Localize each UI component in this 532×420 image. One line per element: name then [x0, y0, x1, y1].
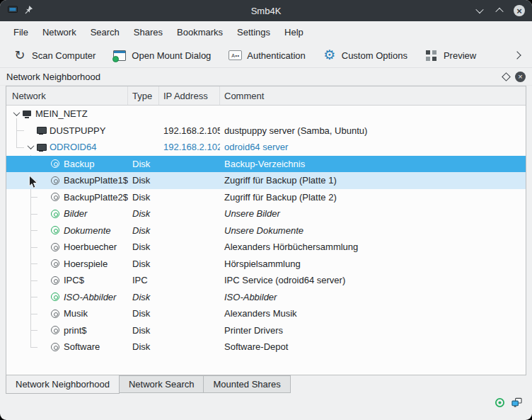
tree-row-iso-abbilder[interactable]: ISO-Abbilder Disk ISO-Abbilder — [6, 289, 526, 306]
tree-row-ipc[interactable]: IPC$ IPC IPC Service (odroid64 server) — [6, 272, 526, 289]
row-comment: Software-Depot — [220, 341, 526, 352]
tab-network-neighborhood[interactable]: Network Neighborhood — [6, 375, 120, 394]
column-header-comment[interactable]: Comment — [220, 86, 526, 105]
tree-row-backup[interactable]: Backup Disk Backup-Verzeichnis — [6, 156, 526, 173]
row-name: Software — [64, 341, 100, 352]
authentication-icon — [228, 48, 242, 62]
close-button[interactable] — [514, 5, 525, 16]
share-mounted-icon — [50, 225, 60, 235]
dock-close-button[interactable] — [515, 72, 526, 82]
preview-icon — [424, 48, 439, 62]
toolbar-button-authentication[interactable]: Authentication — [222, 46, 311, 64]
column-header-ip-address[interactable]: IP Address — [159, 86, 220, 105]
host-icon — [36, 142, 46, 152]
row-name: ISO-Abbilder — [64, 292, 116, 302]
share-icon — [50, 325, 60, 335]
row-name: BackupPlatte1$ — [64, 175, 128, 186]
row-name: Hoerbuecher — [64, 242, 117, 252]
network-icon — [22, 109, 32, 119]
row-name: BackupPlatte2$ — [64, 192, 128, 203]
maximize-icon — [495, 8, 503, 16]
row-comment: odroid64 server — [220, 142, 526, 152]
mounted-share-indicator-icon — [495, 397, 505, 408]
column-header-type[interactable]: Type — [128, 86, 159, 105]
row-type: Disk — [128, 325, 159, 336]
maximize-button[interactable] — [494, 5, 505, 16]
share-icon — [50, 309, 60, 319]
menu-file[interactable]: File — [7, 24, 35, 40]
menu-settings[interactable]: Settings — [231, 24, 277, 40]
dock-float-button[interactable] — [502, 72, 511, 81]
tree-row-print[interactable]: print$ Disk Printer Drivers — [6, 322, 526, 339]
tabbar: Network NeighborhoodNetwork SearchMounte… — [0, 375, 532, 394]
tab-network-search[interactable]: Network Search — [119, 375, 204, 393]
row-type: Disk — [128, 259, 159, 269]
row-comment: Zugriff für Backup (Platte 1) — [220, 175, 526, 186]
window-title: Smb4K — [99, 6, 433, 16]
tree-row-dokumente[interactable]: Dokumente Disk Unsere Dokumente — [6, 222, 526, 239]
row-comment: Alexanders Musik — [220, 308, 526, 319]
share-icon — [50, 192, 60, 202]
row-comment: Unsere Bilder — [220, 208, 526, 219]
menu-shares[interactable]: Shares — [127, 24, 169, 40]
row-type: Disk — [128, 208, 159, 219]
share-icon — [50, 276, 60, 285]
row-comment: IPC Service (odroid64 server) — [220, 275, 526, 285]
tree-row-bilder[interactable]: Bilder Disk Unsere Bilder — [6, 205, 526, 222]
tree-row-musik[interactable]: Musik Disk Alexanders Musik — [6, 305, 526, 322]
row-comment: Zugriff für Backup (Platte 2) — [220, 192, 526, 203]
table-header: NetworkTypeIP AddressComment — [6, 86, 526, 106]
row-comment: Alexanders Hörbüchersammlung — [220, 242, 526, 252]
menu-help[interactable]: Help — [278, 24, 310, 40]
row-name: Backup — [64, 159, 94, 169]
pin-icon[interactable] — [24, 5, 33, 16]
toolbar-button-preview[interactable]: Preview — [419, 46, 482, 64]
row-ip: 192.168.2.102 — [159, 142, 220, 152]
tree-row-dustpuppy[interactable]: DUSTPUPPY 192.168.2.105 dustpuppy server… — [6, 123, 526, 140]
tree-row-hoerbuecher[interactable]: Hoerbuecher Disk Alexanders Hörbüchersam… — [6, 239, 526, 256]
menubar: FileNetworkSearchSharesBookmarksSettings… — [0, 21, 532, 43]
column-header-network[interactable]: Network — [6, 86, 128, 105]
share-icon — [50, 342, 60, 352]
expander-icon[interactable] — [11, 111, 22, 116]
share-icon — [50, 259, 60, 268]
share-icon — [50, 159, 60, 169]
row-type: Disk — [128, 225, 159, 236]
row-name: Hoerspiele — [64, 259, 108, 269]
toolbar-button-custom-options[interactable]: Custom Options — [317, 46, 413, 64]
row-name: ODROID64 — [50, 142, 96, 152]
menu-bookmarks[interactable]: Bookmarks — [170, 24, 229, 40]
minimize-button[interactable] — [474, 5, 485, 16]
expander-icon[interactable] — [25, 144, 36, 149]
row-comment: Unsere Dokumente — [220, 225, 526, 236]
dock-buttons — [503, 72, 526, 82]
row-type: Disk — [128, 192, 159, 203]
host-icon — [36, 125, 46, 135]
share-icon — [50, 176, 60, 186]
custom-options-icon — [323, 48, 337, 62]
tree-row-odroid64[interactable]: ODROID64 192.168.2.102 odroid64 server — [6, 139, 526, 156]
mount-dialog-icon — [112, 48, 127, 62]
titlebar[interactable]: Smb4K — [0, 0, 532, 21]
tree-row-software[interactable]: Software Disk Software-Depot — [6, 339, 526, 356]
dock-header: Network Neighborhood — [0, 67, 532, 86]
tree-row-backupplatte2[interactable]: BackupPlatte2$ Disk Zugriff für Backup (… — [6, 189, 526, 206]
toolbar-overflow-button[interactable] — [509, 47, 525, 63]
tree-row-mein-netz[interactable]: MEIN_NETZ — [6, 106, 526, 123]
row-comment: ISO-Abbilder — [220, 292, 526, 302]
share-mounted-icon — [50, 292, 60, 302]
toolbar-button-scan-computer[interactable]: Scan Computer — [7, 46, 101, 64]
tree-row-hoerspiele[interactable]: Hoerspiele Disk Hörspielsammlung — [6, 256, 526, 273]
row-comment: Hörspielsammlung — [220, 259, 526, 269]
smb4k-window: Smb4K FileNetworkSearchSharesBookmarksSe… — [0, 0, 532, 420]
menu-search[interactable]: Search — [84, 24, 126, 40]
tree-body[interactable]: MEIN_NETZ DUSTPUPPY 192.168.2.105 dustpu… — [6, 106, 526, 375]
row-name: Bilder — [64, 208, 87, 219]
tab-mounted-shares[interactable]: Mounted Shares — [203, 375, 290, 393]
toolbar-button-open-mount-dialog[interactable]: Open Mount Dialog — [107, 46, 216, 64]
scan-icon — [13, 48, 27, 62]
tree-row-backupplatte1[interactable]: BackupPlatte1$ Disk Zugriff für Backup (… — [6, 172, 526, 189]
share-icon — [50, 242, 60, 252]
network-tree-view: NetworkTypeIP AddressComment MEIN_NETZ D… — [6, 86, 526, 375]
menu-network[interactable]: Network — [36, 24, 83, 40]
